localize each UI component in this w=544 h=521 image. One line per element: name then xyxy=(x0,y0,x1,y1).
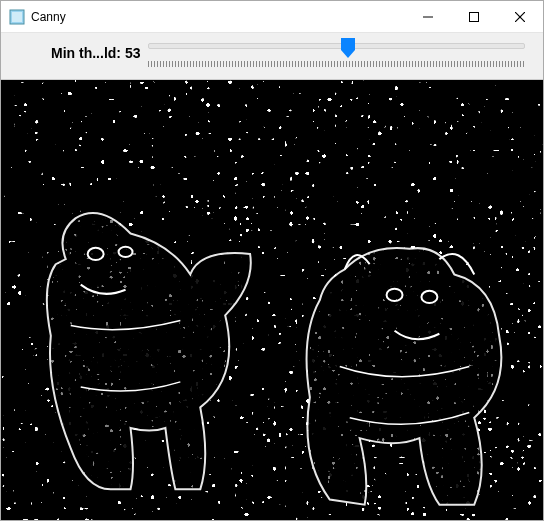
window-title: Canny xyxy=(31,10,405,24)
close-icon xyxy=(515,12,525,22)
image-viewport xyxy=(1,80,543,520)
svg-rect-1 xyxy=(12,12,22,22)
minimize-icon xyxy=(423,12,433,22)
app-icon xyxy=(9,9,25,25)
canny-output-image xyxy=(1,80,543,520)
titlebar[interactable]: Canny xyxy=(1,1,543,33)
slider-ticks xyxy=(148,61,525,67)
threshold-value: 53 xyxy=(125,45,141,61)
slider-thumb[interactable] xyxy=(341,38,355,58)
slider-track xyxy=(148,43,525,49)
maximize-icon xyxy=(469,12,479,22)
window: Canny Min th...ld: 53 xyxy=(0,0,544,521)
threshold-slider[interactable] xyxy=(148,39,525,67)
close-button[interactable] xyxy=(497,1,543,32)
threshold-label-text: Min th...ld: xyxy=(51,45,125,61)
minimize-button[interactable] xyxy=(405,1,451,32)
threshold-label: Min th...ld: 53 xyxy=(51,45,140,61)
titlebar-buttons xyxy=(405,1,543,32)
maximize-button[interactable] xyxy=(451,1,497,32)
toolbar: Min th...ld: 53 xyxy=(1,33,543,80)
svg-rect-3 xyxy=(470,12,479,21)
